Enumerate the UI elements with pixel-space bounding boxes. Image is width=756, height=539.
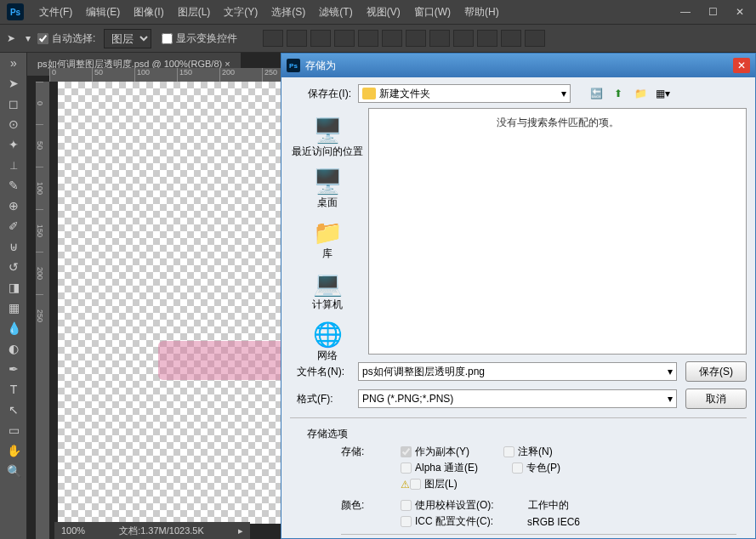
place-libraries[interactable]: 📁库 <box>313 218 343 261</box>
path-tool[interactable]: ↖ <box>0 400 27 420</box>
auto-select-target[interactable]: 图层 <box>104 29 151 48</box>
dropdown-icon: ▾ <box>668 366 673 377</box>
canvas[interactable] <box>58 82 296 524</box>
opt-icc[interactable]: ICC 配置文件(C): <box>401 514 493 529</box>
view-icon[interactable]: ▦▾ <box>654 85 671 102</box>
dialog-close-button[interactable]: ✕ <box>733 58 750 73</box>
back-icon[interactable]: 🔙 <box>588 85 605 102</box>
filename-label: 文件名(N): <box>290 365 358 379</box>
menu-filter[interactable]: 滤镜(T) <box>312 5 359 20</box>
menu-help[interactable]: 帮助(H) <box>458 5 506 20</box>
close-button[interactable]: ✕ <box>727 3 753 20</box>
menubar: Ps 文件(F) 编辑(E) 图像(I) 图层(L) 文字(Y) 选择(S) 滤… <box>0 0 756 24</box>
opt-layers[interactable]: 图层(L) <box>410 477 458 491</box>
zoom-tool[interactable]: 🔍 <box>0 461 27 481</box>
align-icon[interactable] <box>429 30 450 47</box>
dropdown-icon: ▾ <box>668 393 673 405</box>
auto-select-checkbox[interactable]: 自动选择: <box>37 31 95 46</box>
color-label: 颜色: <box>341 498 401 513</box>
align-icon[interactable] <box>358 30 378 47</box>
crop-tool[interactable]: ⟂ <box>0 155 27 175</box>
align-icons <box>263 30 545 47</box>
toolbox: » ➤ ◻ ⊙ ✦ ⟂ ✎ ⊕ ✐ ⊎ ↺ ◨ ▦ 💧 ◐ ✒ T ↖ ▭ ✋ … <box>0 53 27 539</box>
align-icon[interactable] <box>525 30 545 47</box>
pen-tool[interactable]: ✒ <box>0 359 27 379</box>
store-label: 存储: <box>341 445 401 459</box>
move-tool[interactable]: ➤ <box>0 73 27 94</box>
menu-type[interactable]: 文字(Y) <box>217 5 264 20</box>
align-icon[interactable] <box>334 30 355 47</box>
save-in-folder[interactable]: 新建文件夹 ▾ <box>358 84 571 103</box>
dialog-title: 存储为 <box>305 59 336 73</box>
align-icon[interactable] <box>287 30 307 47</box>
gradient-tool[interactable]: ▦ <box>0 298 27 318</box>
format-label: 格式(F): <box>290 392 358 406</box>
align-icon[interactable] <box>310 30 331 47</box>
opt-proof[interactable]: 使用校样设置(O): <box>401 498 494 513</box>
menu-file[interactable]: 文件(F) <box>32 5 79 20</box>
stamp-tool[interactable]: ⊎ <box>0 236 27 257</box>
options-title: 存储选项 <box>307 427 736 441</box>
expand-icon[interactable]: » <box>0 53 27 73</box>
hand-tool[interactable]: ✋ <box>0 440 27 461</box>
history-brush-tool[interactable]: ↺ <box>0 257 27 277</box>
blur-tool[interactable]: 💧 <box>0 318 27 338</box>
format-select[interactable]: PNG (*.PNG;*.PNS) ▾ <box>358 389 677 408</box>
dialog-app-icon: Ps <box>287 59 300 72</box>
filename-input[interactable]: ps如何调整图层透明度.png ▾ <box>358 362 677 381</box>
maximize-button[interactable]: ☐ <box>700 3 725 20</box>
dropdown-icon: ▾ <box>561 88 566 99</box>
zoom-level[interactable]: 100% <box>61 525 85 536</box>
type-tool[interactable]: T <box>0 379 27 400</box>
minimize-button[interactable]: — <box>673 3 698 20</box>
marquee-tool[interactable]: ◻ <box>0 94 27 114</box>
place-desktop[interactable]: 🖥️桌面 <box>313 167 343 210</box>
align-icon[interactable] <box>477 30 497 47</box>
menu-layer[interactable]: 图层(L) <box>171 5 218 20</box>
place-recent[interactable]: 🖥️最近访问的位置 <box>292 116 363 159</box>
save-in-label: 保存在(I): <box>290 87 358 101</box>
cancel-button[interactable]: 取消 <box>685 389 747 409</box>
new-folder-icon[interactable]: 📁 <box>632 85 649 102</box>
align-icon[interactable] <box>453 30 474 47</box>
opt-spot[interactable]: 专色(P) <box>512 461 560 475</box>
window-controls: — ☐ ✕ <box>673 3 756 20</box>
opt-copy[interactable]: 作为副本(Y) <box>401 445 469 459</box>
align-icon[interactable] <box>263 30 283 47</box>
menu-view[interactable]: 视图(V) <box>360 5 407 20</box>
app-logo: Ps <box>7 3 24 20</box>
place-network[interactable]: 🌐网络 <box>313 321 343 363</box>
wand-tool[interactable]: ✦ <box>0 134 27 155</box>
options-bar: ➤ ▾ 自动选择: 图层 显示变换控件 <box>0 24 756 53</box>
align-icon[interactable] <box>501 30 521 47</box>
statusbar-arrow-icon[interactable]: ▸ <box>238 525 243 536</box>
align-icon[interactable] <box>406 30 426 47</box>
doc-size: 文档:1.37M/1023.5K <box>119 525 204 537</box>
menu-select[interactable]: 选择(S) <box>264 5 312 20</box>
place-computer[interactable]: 💻计算机 <box>312 270 343 312</box>
dodge-tool[interactable]: ◐ <box>0 338 27 359</box>
menu-image[interactable]: 图像(I) <box>127 5 170 20</box>
brush-tool[interactable]: ✐ <box>0 216 27 236</box>
empty-message: 没有与搜索条件匹配的项。 <box>497 116 619 128</box>
lasso-tool[interactable]: ⊙ <box>0 114 27 134</box>
opt-alpha[interactable]: Alpha 通道(E) <box>401 461 478 475</box>
opt-notes[interactable]: 注释(N) <box>503 445 553 459</box>
up-icon[interactable]: ⬆ <box>610 85 627 102</box>
menu-edit[interactable]: 编辑(E) <box>79 5 127 20</box>
save-options: 存储选项 存储: 作为副本(Y) 注释(N) Alpha 通道(E) 专色(P)… <box>290 417 747 539</box>
shape-tool[interactable]: ▭ <box>0 420 27 440</box>
places-sidebar: 🖥️最近访问的位置 🖥️桌面 📁库 💻计算机 🌐网络 <box>290 108 365 355</box>
dialog-titlebar[interactable]: Ps 存储为 ✕ <box>281 54 755 77</box>
healing-tool[interactable]: ⊕ <box>0 196 27 216</box>
show-controls-checkbox[interactable]: 显示变换控件 <box>162 31 237 46</box>
ruler-vertical: 0 50 100 150 200 250 <box>36 82 49 539</box>
align-icon[interactable] <box>382 30 402 47</box>
eraser-tool[interactable]: ◨ <box>0 277 27 298</box>
save-as-dialog: Ps 存储为 ✕ 保存在(I): 新建文件夹 ▾ 🔙 ⬆ 📁 ▦▾ 🖥️最近访问… <box>281 53 756 539</box>
layer-shape[interactable] <box>158 341 286 380</box>
save-button[interactable]: 保存(S) <box>685 361 747 382</box>
eyedropper-tool[interactable]: ✎ <box>0 175 27 196</box>
menu-window[interactable]: 窗口(W) <box>407 5 458 20</box>
file-list[interactable]: 没有与搜索条件匹配的项。 <box>368 108 747 355</box>
